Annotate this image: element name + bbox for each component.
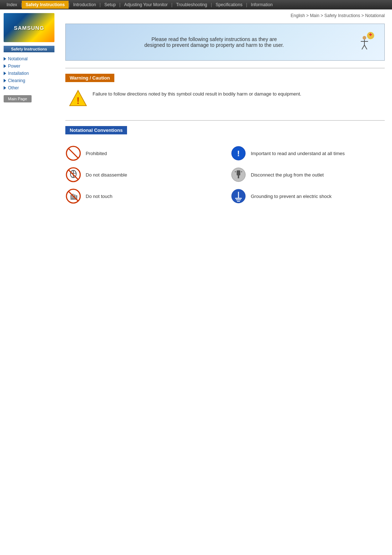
notational-header: Notational Conventions xyxy=(65,126,127,134)
notation-important: ! Important to read and understand at al… xyxy=(230,145,385,161)
nav-safety-instructions[interactable]: Safety Instructions xyxy=(22,1,68,9)
important-icon: ! xyxy=(230,145,246,161)
notation-no-touch: Do not touch xyxy=(65,188,220,204)
no-disassemble-label: Do not disassemble xyxy=(86,172,127,178)
notational-section: Notational Conventions Prohibited ! xyxy=(65,126,385,204)
svg-text:!: ! xyxy=(77,95,80,106)
hero-text: Please read the following safety instruc… xyxy=(73,36,355,48)
no-touch-icon xyxy=(65,188,81,204)
nav-information[interactable]: Information xyxy=(247,1,276,9)
arrow-icon-installation xyxy=(4,72,6,75)
notation-no-disassemble: Do not disassemble xyxy=(65,167,220,183)
notation-grid: Prohibited ! Important to read and under… xyxy=(65,145,385,204)
hero-illustration xyxy=(355,31,377,53)
disconnect-plug-label: Disconnect the plug from the outlet xyxy=(251,172,324,178)
warning-header: Warning / Caution xyxy=(65,74,114,82)
svg-rect-21 xyxy=(238,175,239,178)
content-area: English > Main > Safety Instructions > N… xyxy=(58,9,392,208)
notation-grounding: Grounding to prevent an electric shock xyxy=(230,188,385,204)
arrow-icon-power xyxy=(4,64,6,68)
svg-text:!: ! xyxy=(237,149,240,158)
nav-index[interactable]: Index xyxy=(3,1,21,9)
svg-line-7 xyxy=(364,45,367,49)
prohibited-icon xyxy=(65,145,81,161)
nav-setup[interactable]: Setup xyxy=(101,1,119,9)
sidebar-item-cleaning[interactable]: Cleaning xyxy=(0,77,58,84)
arrow-icon-cleaning xyxy=(4,79,6,82)
nav-specifications[interactable]: Specifications xyxy=(212,1,246,9)
warning-box: ! Failure to follow directions noted by … xyxy=(65,88,385,115)
divider-1 xyxy=(65,68,385,68)
arrow-icon-notational xyxy=(4,57,6,61)
svg-point-3 xyxy=(363,36,366,40)
prohibited-label: Prohibited xyxy=(86,151,107,156)
grounding-label: Grounding to prevent an electric shock xyxy=(251,194,332,199)
hero-text-line1: Please read the following safety instruc… xyxy=(73,36,355,42)
sidebar-item-notational[interactable]: Notational xyxy=(0,55,58,62)
nav-adjusting[interactable]: Adjusting Your Monitor xyxy=(121,1,171,9)
navigation-bar: Index | Safety Instructions | Introducti… xyxy=(0,0,392,9)
warning-section: Warning / Caution ! Failure to follow di… xyxy=(65,74,385,115)
no-disassemble-icon xyxy=(65,167,81,183)
svg-rect-2 xyxy=(370,33,371,36)
sidebar-item-other[interactable]: Other xyxy=(0,84,58,92)
arrow-icon-other xyxy=(4,86,6,90)
warning-text: Failure to follow directions noted by th… xyxy=(93,89,301,97)
disconnect-plug-icon xyxy=(230,167,246,183)
brand-name: SAMSUNG xyxy=(14,25,44,31)
no-touch-label: Do not touch xyxy=(86,194,113,199)
main-page-button[interactable]: Main Page xyxy=(4,95,32,102)
sidebar-section-label: Safety Instructions xyxy=(4,46,54,52)
svg-rect-28 xyxy=(76,195,77,198)
sidebar-item-power[interactable]: Power xyxy=(0,62,58,70)
notation-disconnect-plug: Disconnect the plug from the outlet xyxy=(230,167,385,183)
svg-line-6 xyxy=(362,45,364,49)
warning-triangle-icon: ! xyxy=(69,89,87,108)
sidebar: SAMSUNG Safety Instructions Notational P… xyxy=(0,9,58,208)
nav-introduction[interactable]: Introduction xyxy=(70,1,100,9)
main-layout: SAMSUNG Safety Instructions Notational P… xyxy=(0,9,392,208)
nav-troubleshooting[interactable]: Troubleshooting xyxy=(172,1,211,9)
divider-2 xyxy=(65,120,385,121)
samsung-logo: SAMSUNG xyxy=(4,13,54,42)
hero-text-line2: designed to prevent damage to property a… xyxy=(73,42,355,48)
svg-rect-20 xyxy=(237,170,240,175)
svg-line-11 xyxy=(68,148,78,158)
hero-banner: Please read the following safety instruc… xyxy=(65,24,385,61)
sidebar-item-installation[interactable]: Installation xyxy=(0,70,58,77)
breadcrumb: English > Main > Safety Instructions > N… xyxy=(65,13,385,18)
grounding-icon xyxy=(230,188,246,204)
notation-prohibited: Prohibited xyxy=(65,145,220,161)
important-label: Important to read and understand at all … xyxy=(251,151,345,156)
